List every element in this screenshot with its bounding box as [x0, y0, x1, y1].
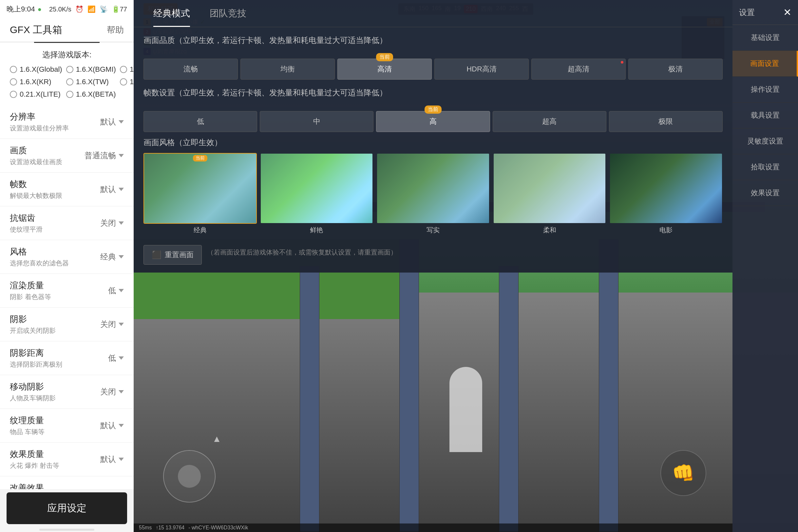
- joystick-inner: [178, 465, 201, 488]
- setting-shadow-dist[interactable]: 阴影距离 选择阴影距离极别 低: [0, 341, 134, 375]
- sidebar-item-graphics[interactable]: 画面设置: [733, 51, 798, 77]
- fps-display: ↑15 13.9764: [156, 525, 185, 531]
- sidebar-item-controls[interactable]: 操作设置: [733, 77, 798, 102]
- setting-shadow-dist-value: 低: [108, 353, 116, 363]
- chevron-down-icon-10: [119, 424, 124, 427]
- version-item-beta[interactable]: 1.6.X(BETA): [66, 90, 116, 99]
- setting-quality-value: 普通流畅: [84, 150, 116, 161]
- quality-btn-balanced[interactable]: 均衡: [241, 59, 335, 80]
- chevron-down-icon-6: [119, 289, 124, 292]
- setting-antialiasing-name: 抗锯齿: [10, 212, 43, 224]
- up-arrow[interactable]: ▲: [212, 434, 222, 444]
- setting-moving-shadow-name: 移动阴影: [10, 381, 56, 393]
- version-label-bgmi: 1.6.X(BGMI): [76, 65, 116, 74]
- signal-icon: 📶: [88, 5, 96, 13]
- character: [450, 367, 482, 452]
- setting-render-value: 低: [108, 285, 116, 296]
- fps-btn-low[interactable]: 低: [144, 111, 257, 132]
- reset-icon: ⬛: [152, 250, 162, 260]
- radio-global[interactable]: [10, 66, 17, 73]
- setting-shadow-name: 阴影: [10, 314, 56, 325]
- quality-current-badge: 当前: [376, 53, 393, 61]
- setting-improve[interactable]: 改善效果 场所 上述范围阶段 默认: [0, 476, 134, 489]
- style-cinematic-img: [610, 154, 722, 223]
- version-item-lite[interactable]: 0.21.X(LITE): [10, 90, 62, 99]
- version-item-kr[interactable]: 1.6.X(KR): [10, 78, 62, 86]
- style-cinematic[interactable]: 电影: [609, 153, 723, 234]
- setting-resolution[interactable]: 分辨率 设置游戏最佳分辨率 默认: [0, 105, 134, 139]
- setting-improve-value: 默认: [100, 488, 116, 489]
- fps-btn-mid[interactable]: 中: [260, 111, 374, 132]
- scroll-indicator: [39, 529, 94, 531]
- latency: 55ms: [139, 525, 152, 531]
- setting-fps[interactable]: 帧数 解锁最大帧数极限 默认: [0, 173, 134, 206]
- radio-tw[interactable]: [66, 78, 73, 86]
- setting-effects[interactable]: 效果质量 火花 爆炸 射击等 默认: [0, 442, 134, 476]
- setting-quality[interactable]: 画质 设置游戏最佳画质 普通流畅: [0, 139, 134, 173]
- setting-texture-desc: 物品 车辆等: [10, 428, 44, 436]
- setting-moving-shadow[interactable]: 移动阴影 人物及车辆阴影 关闭: [0, 375, 134, 409]
- style-soft[interactable]: 柔和: [493, 153, 606, 234]
- setting-antialiasing[interactable]: 抗锯齿 使纹理平滑 关闭: [0, 206, 134, 240]
- quality-btn-smooth[interactable]: 流畅: [144, 59, 238, 80]
- fps-btn-extreme[interactable]: 极限: [609, 111, 723, 132]
- tab-team[interactable]: 团队竞技: [200, 0, 256, 27]
- setting-style[interactable]: 风格 选择您喜欢的滤色器 经典: [0, 240, 134, 274]
- quality-btn-hdr[interactable]: HDR高清: [434, 59, 529, 80]
- setting-texture[interactable]: 纹理质量 物品 车辆等 默认: [0, 409, 134, 442]
- sidebar-item-pickup[interactable]: 拾取设置: [733, 154, 798, 180]
- radio-beta[interactable]: [66, 91, 73, 98]
- reset-row: ⬛ 重置画面 （若画面设置后游戏体验不佳，或需恢复默认设置，请重置画面）: [144, 240, 723, 265]
- version-item-global[interactable]: 1.6.X(Global): [10, 65, 62, 74]
- quality-btn-max[interactable]: 极清: [628, 59, 723, 80]
- style-cinematic-label: 电影: [660, 226, 672, 234]
- quality-btn-hd[interactable]: 当前 高清: [337, 59, 432, 80]
- fps-btn-ultra[interactable]: 超高: [493, 111, 606, 132]
- setting-style-name: 风格: [10, 246, 69, 258]
- radio-kr[interactable]: [10, 78, 17, 86]
- joystick-container[interactable]: [163, 450, 215, 502]
- reset-button[interactable]: ⬛ 重置画面: [144, 245, 202, 265]
- status-bar: 晚上9:04 ● 25.0K/s ⏰ 📶 📡 🔋77: [0, 0, 134, 18]
- style-realistic-img: [377, 154, 489, 223]
- style-realistic[interactable]: 写实: [376, 153, 490, 234]
- radio-bgmi[interactable]: [66, 66, 73, 73]
- style-fresh[interactable]: 鲜艳: [260, 153, 374, 234]
- action-button[interactable]: 👊: [660, 450, 706, 496]
- style-fresh-label: 鲜艳: [310, 226, 323, 234]
- tab-classic[interactable]: 经典模式: [144, 0, 200, 27]
- joystick-outer[interactable]: [163, 450, 215, 502]
- setting-shadow[interactable]: 阴影 开启或关闭阴影 关闭: [0, 308, 134, 341]
- sidebar-item-basic[interactable]: 基础设置: [733, 25, 798, 51]
- settings-content: 画面品质（立即生效，若运行卡顿、发热量和耗电量过大可适当降低） 流畅 均衡 当前…: [134, 27, 733, 272]
- setting-shadow-desc: 开启或关闭阴影: [10, 326, 56, 335]
- style-realistic-preview: [376, 153, 490, 224]
- version-item-cn[interactable]: 1.13.X(CN): [120, 65, 134, 74]
- setting-render-name: 渲染质量: [10, 280, 51, 291]
- quality-btn-ultra[interactable]: 超高清: [531, 59, 626, 80]
- version-label-tw: 1.6.X(TW): [76, 78, 109, 86]
- setting-render[interactable]: 渲染质量 阴影 着色器等 低: [0, 274, 134, 308]
- fps-current-badge: 当前: [424, 106, 442, 114]
- settings-tabs: 经典模式 团队竞技: [134, 0, 733, 27]
- style-classic[interactable]: 当前 经典: [144, 153, 257, 234]
- setting-antialiasing-desc: 使纹理平滑: [10, 225, 43, 234]
- style-fresh-preview: [260, 153, 374, 224]
- fps-buttons-wrapper: 低 中 当前 高 超高 极限: [144, 103, 723, 132]
- fps-btn-high[interactable]: 当前 高: [376, 111, 490, 132]
- close-button[interactable]: ✕: [783, 6, 792, 18]
- help-link[interactable]: 帮助: [107, 24, 124, 36]
- sidebar-item-vehicle[interactable]: 载具设置: [733, 102, 798, 128]
- radio-cn[interactable]: [120, 66, 127, 73]
- version-item-bgmi[interactable]: 1.6.X(BGMI): [66, 65, 116, 74]
- wifi-icon: 📡: [100, 5, 108, 13]
- radio-lite[interactable]: [10, 91, 17, 98]
- style-title: 画面风格（立即生效）: [144, 137, 723, 148]
- version-item-tw[interactable]: 1.6.X(TW): [66, 78, 116, 86]
- version-item-vn[interactable]: 1.6.X(VN): [120, 78, 134, 86]
- sidebar-item-sensitivity[interactable]: 灵敏度设置: [733, 128, 798, 154]
- game-bottom-bar: 55ms ↑15 13.9764 - whCYE-WW6D33cWXik: [134, 524, 798, 532]
- sidebar-item-effects[interactable]: 效果设置: [733, 180, 798, 206]
- apply-button[interactable]: 应用设定: [6, 492, 127, 524]
- radio-vn[interactable]: [120, 78, 127, 86]
